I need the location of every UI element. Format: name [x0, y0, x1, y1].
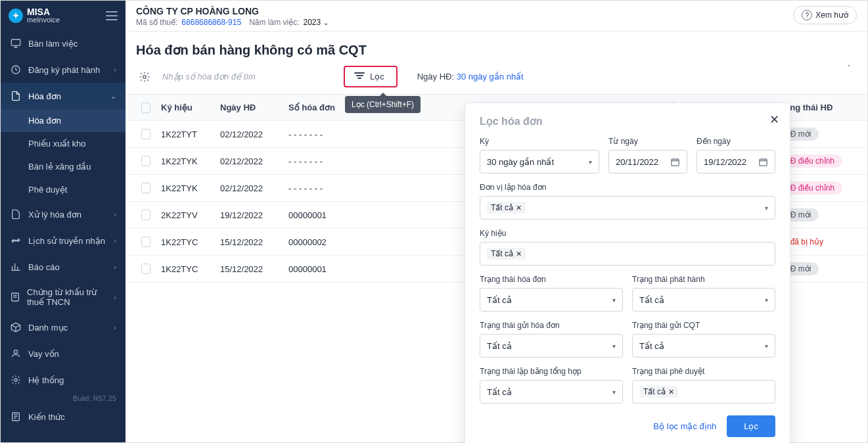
box-icon: [10, 321, 22, 333]
sidebar-sub-invoice[interactable]: Hóa đơn: [1, 109, 126, 132]
sidebar-item-register[interactable]: Đăng ký phát hành ›: [1, 57, 126, 83]
sidebar-item-desktop[interactable]: Bàn làm việc: [1, 30, 126, 57]
tax-label: Mã số thuế:: [136, 18, 177, 27]
chevron-right-icon: ›: [114, 293, 116, 301]
invoice-status-label: Trạng thái hóa đơn: [480, 275, 623, 284]
chip-remove-icon[interactable]: ✕: [516, 250, 522, 258]
filter-tooltip: Lọc (Ctrl+Shift+F): [345, 96, 421, 113]
col-so-hd[interactable]: Số hóa đơn: [283, 96, 342, 119]
col-ngay-hd[interactable]: Ngày HĐ: [215, 96, 283, 119]
chevron-right-icon: ›: [114, 263, 116, 271]
to-date-input[interactable]: 19/12/2022: [697, 150, 775, 174]
sidebar-sub-export[interactable]: Phiếu xuất kho: [1, 132, 126, 155]
popover-title: Lọc hóa đơn: [480, 115, 775, 128]
invoice-status-select[interactable]: Tất cả▾: [480, 288, 623, 312]
svg-rect-0: [11, 39, 20, 45]
chevron-right-icon: ›: [114, 210, 116, 218]
row-checkbox[interactable]: [141, 183, 150, 193]
settings-button[interactable]: [136, 68, 153, 85]
help-button[interactable]: ? Xem hướ: [793, 6, 857, 24]
summary-status-label: Trạng thái lập bảng tổng hợp: [480, 367, 623, 376]
logo-main: MISA: [27, 7, 60, 16]
menu-toggle-icon[interactable]: [106, 11, 118, 20]
approve-chip[interactable]: Tất cả✕: [639, 386, 678, 398]
sidebar-item-category[interactable]: Danh mục ›: [1, 314, 126, 340]
cell-ky-hieu: 1K22TYK: [156, 177, 215, 200]
toolbar: ˆ Lọc Lọc (Ctrl+Shift+F) Ngày HĐ: 30 ngà…: [126, 66, 867, 94]
svg-point-6: [143, 75, 147, 78]
row-checkbox[interactable]: [141, 237, 150, 247]
sidebar-item-knowledge[interactable]: Kiến thức: [1, 404, 126, 430]
cell-so: 00000001: [283, 204, 342, 227]
send-status-select[interactable]: Tất cả▾: [480, 334, 623, 358]
sidebar-sub-approve[interactable]: Phê duyệt: [1, 178, 126, 201]
sidebar-item-invoice[interactable]: Hóa đơn ⌄: [1, 83, 126, 109]
col-ky-hieu[interactable]: Ký hiệu: [156, 96, 215, 119]
sidebar-item-label: Hệ thống: [28, 375, 64, 385]
period-select[interactable]: 30 ngày gần nhất▾: [480, 150, 599, 174]
symbol-chip[interactable]: Tất cả✕: [487, 248, 526, 260]
chevron-down-icon: ⌄: [110, 92, 116, 101]
approve-status-select[interactable]: Tất cả✕: [632, 380, 775, 404]
summary-status-select[interactable]: Tất cả▾: [480, 380, 623, 404]
transfer-icon: [10, 235, 22, 246]
cqt-status-select[interactable]: Tất cả▾: [632, 334, 775, 358]
unit-chip[interactable]: Tất cả✕: [487, 202, 526, 214]
svg-rect-8: [760, 159, 767, 166]
date-range-link[interactable]: 30 ngày gần nhất: [457, 72, 524, 82]
year-select[interactable]: 2023 ⌄: [303, 18, 329, 27]
cell-ngay: 02/12/2022: [215, 177, 283, 200]
from-date-input[interactable]: 20/11/2022: [608, 150, 687, 174]
sidebar-item-label: Đăng ký phát hành: [28, 65, 100, 75]
chip-remove-icon[interactable]: ✕: [668, 388, 674, 396]
sidebar-item-tax-deduction[interactable]: Chứng từ khấu trừ thuế TNCN ›: [1, 280, 126, 314]
sidebar-item-label: Hóa đơn: [28, 91, 61, 101]
sidebar-item-report[interactable]: Báo cáo ›: [1, 254, 126, 280]
sidebar-item-system[interactable]: Hệ thống: [1, 367, 126, 393]
chevron-down-icon: ▾: [765, 296, 768, 304]
filter-icon: [354, 72, 365, 82]
sidebar-item-history[interactable]: Lịch sử truyền nhận ›: [1, 227, 126, 254]
apply-filter-button[interactable]: Lọc: [727, 415, 775, 437]
chip-remove-icon[interactable]: ✕: [516, 204, 522, 212]
cell-ky-hieu: 2K22TYV: [156, 204, 215, 227]
row-checkbox[interactable]: [141, 264, 150, 274]
cell-ngay: 19/12/2022: [215, 204, 283, 227]
row-checkbox[interactable]: [141, 210, 150, 220]
cell-so: 00000002: [283, 231, 342, 254]
chevron-down-icon: ▾: [589, 158, 592, 166]
filter-button[interactable]: Lọc Lọc (Ctrl+Shift+F): [344, 66, 398, 87]
unit-select[interactable]: Tất cả✕ ▾: [480, 196, 775, 220]
clock-icon: [10, 64, 22, 76]
default-filter-link[interactable]: Bộ lọc mặc định: [653, 421, 716, 431]
logo[interactable]: ✦ MISA meInvoice: [9, 7, 60, 24]
sidebar-item-label: Chứng từ khấu trừ thuế TNCN: [27, 287, 107, 307]
symbol-select[interactable]: Tất cả✕: [480, 242, 775, 266]
cell-ky-hieu: 1K22TYK: [156, 150, 215, 173]
sidebar-item-process[interactable]: Xử lý hóa đơn ›: [1, 201, 126, 227]
issue-status-select[interactable]: Tất cả▾: [632, 288, 775, 312]
sidebar-item-label: Xử lý hóa đơn: [28, 210, 81, 220]
gear-icon: [139, 71, 150, 83]
sidebar-item-label: Vay vốn: [28, 349, 59, 359]
page-title: Hóa đơn bán hàng không có mã CQT: [126, 32, 867, 66]
chevron-right-icon: ›: [114, 66, 116, 74]
cell-ngay: 02/12/2022: [215, 150, 283, 173]
row-checkbox[interactable]: [141, 129, 150, 139]
search-input[interactable]: [160, 66, 337, 87]
close-icon[interactable]: ✕: [769, 112, 779, 127]
monitor-icon: [10, 37, 22, 49]
row-checkbox[interactable]: [141, 156, 150, 166]
cell-so: - - - - - - -: [283, 177, 342, 200]
collapse-icon[interactable]: ˆ: [844, 60, 854, 78]
sidebar-sub-gasoline[interactable]: Bán lẻ xăng dầu: [1, 155, 126, 178]
tax-id-link[interactable]: 6868686868-915: [181, 18, 241, 27]
chevron-down-icon: ▾: [612, 296, 616, 304]
approve-status-label: Trạng thái phê duyệt: [632, 367, 775, 376]
chevron-right-icon: ›: [114, 323, 116, 331]
help-icon: ?: [802, 10, 812, 20]
select-all-checkbox[interactable]: [141, 103, 150, 113]
sidebar-item-loan[interactable]: Vay vốn: [1, 340, 126, 367]
period-label: Kỳ: [480, 137, 599, 146]
filter-popover: ✕ Lọc hóa đơn Kỳ 30 ngày gần nhất▾ Từ ng…: [465, 103, 790, 443]
